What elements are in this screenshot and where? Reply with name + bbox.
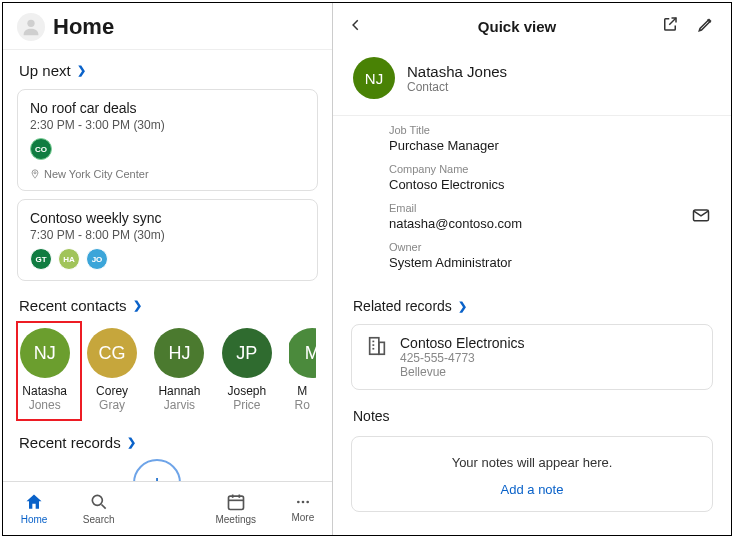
nav-more[interactable]: More — [291, 494, 314, 523]
svg-point-8 — [297, 501, 300, 504]
notes-card: Your notes will appear here. Add a note — [351, 436, 713, 512]
chevron-right-icon: ❯ — [133, 299, 142, 312]
svg-rect-12 — [370, 338, 379, 355]
field-email[interactable]: Emailnatasha@contoso.com — [389, 202, 711, 231]
attendee-avatar: GT — [30, 248, 52, 270]
more-icon — [293, 494, 313, 510]
contact-header: NJ Natasha Jones Contact — [333, 47, 731, 116]
svg-point-9 — [301, 501, 304, 504]
attendee-avatar: CO — [30, 138, 52, 160]
related-record-card[interactable]: Contoso Electronics 425-555-4773 Bellevu… — [351, 324, 713, 390]
profile-avatar[interactable] — [17, 13, 45, 41]
building-icon — [366, 335, 388, 360]
svg-line-3 — [101, 505, 105, 509]
search-icon — [89, 492, 109, 512]
quick-view-panel: Quick view NJ Natasha Jones Contact Job … — [333, 3, 731, 535]
home-screen: Home Up next ❯ No roof car deals 2:30 PM… — [3, 3, 333, 535]
svg-point-10 — [306, 501, 309, 504]
notes-placeholder: Your notes will appear here. — [366, 455, 698, 470]
quick-view-title: Quick view — [373, 18, 661, 35]
notes-header: Notes — [333, 394, 731, 430]
contact-name: Natasha Jones — [407, 63, 507, 80]
mail-icon[interactable] — [691, 205, 711, 228]
chevron-right-icon: ❯ — [458, 300, 467, 313]
external-link-icon — [661, 15, 679, 33]
recent-contacts-header[interactable]: Recent contacts ❯ — [3, 285, 332, 320]
contact-item[interactable]: NJ Natasha Jones — [19, 328, 70, 412]
contact-item[interactable]: HJ Hannah Jarvis — [154, 328, 205, 412]
event-card[interactable]: No roof car deals 2:30 PM - 3:00 PM (30m… — [17, 89, 318, 191]
edit-button[interactable] — [697, 15, 715, 37]
field-owner: OwnerSystem Administrator — [389, 241, 711, 270]
contact-avatar: NJ — [353, 57, 395, 99]
contact-item[interactable]: CG Corey Gray — [86, 328, 137, 412]
svg-point-2 — [92, 495, 102, 505]
svg-rect-4 — [228, 496, 243, 509]
contact-item[interactable]: M M Ro — [289, 328, 317, 412]
event-location: New York City Center — [30, 168, 305, 180]
contact-item[interactable]: JP Joseph Price — [221, 328, 272, 412]
event-card[interactable]: Contoso weekly sync 7:30 PM - 8:00 PM (3… — [17, 199, 318, 281]
contacts-list: NJ Natasha Jones CG Corey Gray HJ Hannah… — [3, 320, 332, 416]
attendee-avatar: HA — [58, 248, 80, 270]
field-job-title: Job TitlePurchase Manager — [389, 124, 711, 153]
attendee-avatar: JO — [86, 248, 108, 270]
svg-point-0 — [27, 20, 34, 27]
add-note-button[interactable]: Add a note — [366, 482, 698, 497]
related-records-header[interactable]: Related records ❯ — [333, 284, 731, 320]
nav-meetings[interactable]: Meetings — [215, 492, 256, 525]
nav-search[interactable]: Search — [83, 492, 115, 525]
chevron-right-icon: ❯ — [77, 64, 86, 77]
open-external-button[interactable] — [661, 15, 679, 37]
nav-home[interactable]: Home — [21, 492, 48, 525]
pencil-icon — [697, 15, 715, 33]
chevron-right-icon: ❯ — [127, 436, 136, 449]
home-icon — [24, 492, 44, 512]
page-title: Home — [53, 14, 114, 40]
field-company: Company NameContoso Electronics — [389, 163, 711, 192]
calendar-icon — [226, 492, 246, 512]
svg-point-1 — [34, 172, 36, 174]
recent-records-header[interactable]: Recent records ❯ — [3, 416, 332, 457]
bottom-nav: Home Search spacer Meetings More — [3, 481, 332, 535]
svg-rect-13 — [379, 342, 385, 354]
back-button[interactable] — [349, 16, 373, 37]
contact-type: Contact — [407, 80, 507, 94]
up-next-header[interactable]: Up next ❯ — [3, 50, 332, 85]
chevron-left-icon — [349, 18, 363, 32]
